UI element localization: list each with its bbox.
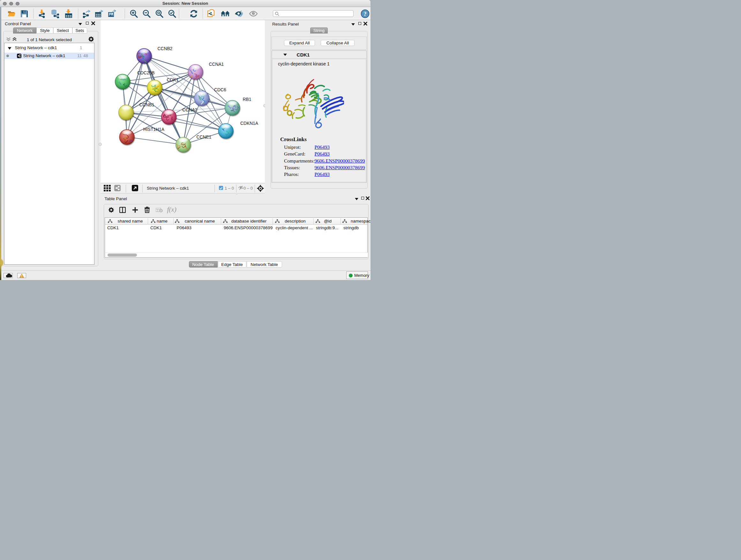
svg-text:HIST1H1A: HIST1H1A — [143, 127, 165, 132]
svg-text:CCNA1: CCNA1 — [209, 62, 224, 67]
svg-text:CDC25B: CDC25B — [137, 71, 154, 75]
svg-text:CDK1: CDK1 — [167, 78, 179, 82]
svg-text:CDC6: CDC6 — [214, 87, 226, 92]
svg-text:CDKN1A: CDKN1A — [240, 121, 259, 126]
svg-text:RB1: RB1 — [243, 97, 252, 102]
svg-text:?: ? — [363, 10, 367, 17]
svg-text:CCNB1: CCNB1 — [139, 103, 154, 107]
svg-text:CCNE1: CCNE1 — [197, 135, 212, 139]
svg-text:CCNA2: CCNA2 — [183, 108, 198, 112]
svg-text:CCNB2: CCNB2 — [158, 46, 173, 51]
